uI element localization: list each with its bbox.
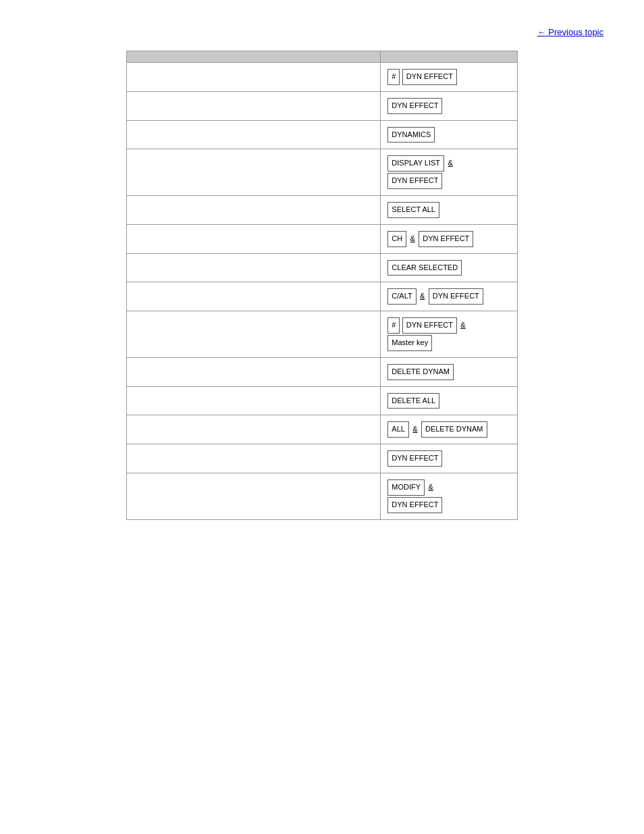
table-row: MODIFY &DYN EFFECT — [127, 473, 518, 519]
table-cell-keys: CH & DYN EFFECT — [381, 224, 518, 253]
top-link-area: ← Previous topic — [41, 27, 603, 37]
table-row: DISPLAY LIST &DYN EFFECT — [127, 149, 518, 196]
page-container: ← Previous topic # DYN EFFECTDYN EFFECTD… — [0, 0, 644, 547]
table-cell-keys: SELECT ALL — [381, 195, 518, 224]
table-cell-keys: DYN EFFECT — [381, 444, 518, 473]
header-keys — [381, 51, 518, 63]
table-row: C/ALT & DYN EFFECT — [127, 282, 518, 311]
table-row: # DYN EFFECT &Master key — [127, 311, 518, 358]
table-row: DYNAMICS — [127, 120, 518, 149]
table-cell-keys: MODIFY &DYN EFFECT — [381, 473, 518, 519]
table-cell-description — [127, 91, 381, 120]
table-cell-description — [127, 149, 381, 196]
table-row: SELECT ALL — [127, 195, 518, 224]
table-cell-keys: CLEAR SELECTED — [381, 253, 518, 282]
table-row: DELETE ALL — [127, 386, 518, 415]
table-cell-keys: # DYN EFFECT — [381, 63, 518, 92]
table-row: # DYN EFFECT — [127, 63, 518, 92]
table-row: DYN EFFECT — [127, 444, 518, 473]
table-cell-description — [127, 63, 381, 92]
header-description — [127, 51, 381, 63]
table-row: DELETE DYNAM — [127, 357, 518, 386]
table-cell-keys: # DYN EFFECT &Master key — [381, 311, 518, 358]
table-cell-keys: DELETE DYNAM — [381, 357, 518, 386]
table-cell-description — [127, 473, 381, 519]
main-table: # DYN EFFECTDYN EFFECTDYNAMICSDISPLAY LI… — [126, 51, 518, 520]
table-cell-description — [127, 415, 381, 444]
table-cell-description — [127, 386, 381, 415]
table-cell-description — [127, 444, 381, 473]
table-row: CH & DYN EFFECT — [127, 224, 518, 253]
table-cell-description — [127, 120, 381, 149]
table-row: CLEAR SELECTED — [127, 253, 518, 282]
table-cell-keys: ALL & DELETE DYNAM — [381, 415, 518, 444]
table-cell-keys: DELETE ALL — [381, 386, 518, 415]
table-cell-description — [127, 311, 381, 358]
table-row: ALL & DELETE DYNAM — [127, 415, 518, 444]
top-link[interactable]: ← Previous topic — [537, 27, 603, 37]
table-cell-description — [127, 253, 381, 282]
table-cell-keys: DYNAMICS — [381, 120, 518, 149]
table-cell-description — [127, 282, 381, 311]
table-row: DYN EFFECT — [127, 91, 518, 120]
table-cell-keys: C/ALT & DYN EFFECT — [381, 282, 518, 311]
table-cell-description — [127, 224, 381, 253]
table-cell-description — [127, 357, 381, 386]
table-cell-keys: DYN EFFECT — [381, 91, 518, 120]
table-cell-description — [127, 195, 381, 224]
table-header-row — [127, 51, 518, 63]
table-cell-keys: DISPLAY LIST &DYN EFFECT — [381, 149, 518, 196]
